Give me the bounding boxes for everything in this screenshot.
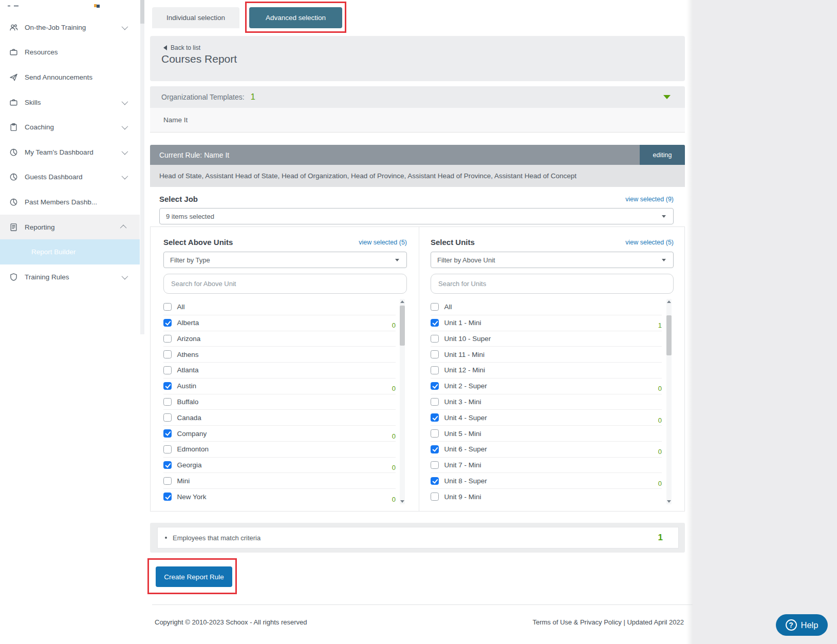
template-row[interactable]: Name It <box>150 108 685 132</box>
unit-row[interactable]: All <box>431 299 662 315</box>
job-dropdown[interactable]: 9 items selected <box>159 208 674 224</box>
checkbox[interactable] <box>431 335 439 343</box>
checkbox[interactable] <box>163 493 172 501</box>
unit-row[interactable]: Unit 6 - Super 0 <box>431 441 662 457</box>
checkbox[interactable] <box>163 445 172 453</box>
above-unit-row[interactable]: Edmonton <box>163 441 396 457</box>
checkbox[interactable] <box>431 429 439 438</box>
unit-label: Unit 5 - Mini <box>444 430 481 438</box>
checkbox[interactable] <box>431 413 439 422</box>
scroll-down-icon[interactable] <box>667 500 671 503</box>
unit-row[interactable]: Unit 3 - Mini <box>431 394 662 410</box>
above-unit-row[interactable]: All <box>163 299 396 315</box>
page-background-right <box>693 0 837 644</box>
checkbox[interactable] <box>163 335 172 343</box>
sidebar-item[interactable]: Send Announcements <box>0 65 140 90</box>
unit-filter-dropdown[interactable]: Filter by Above Unit <box>431 252 674 268</box>
above-unit-row[interactable]: Alberta 0 <box>163 315 396 331</box>
checkbox[interactable] <box>431 445 439 453</box>
sidebar-scrollbar-track[interactable] <box>140 0 144 334</box>
create-report-rule-button[interactable]: Create Report Rule <box>156 566 232 587</box>
above-unit-row[interactable]: Georgia 0 <box>163 457 396 473</box>
sidebar-item[interactable]: Reporting <box>0 215 140 240</box>
above-unit-row[interactable]: Athens <box>163 346 396 362</box>
above-unit-label: Arizona <box>177 335 201 343</box>
unit-row[interactable]: Unit 11 - Mini <box>431 346 662 362</box>
above-unit-row[interactable]: Mini <box>163 472 396 488</box>
chevron-down-icon <box>662 215 666 218</box>
checkbox[interactable] <box>431 382 439 390</box>
template-name: Name It <box>163 116 188 124</box>
above-unit-row[interactable]: New York 0 <box>163 488 396 504</box>
above-unit-search-input[interactable] <box>163 274 407 294</box>
view-selected-jobs-link[interactable]: view selected (9) <box>0 196 674 203</box>
checkbox[interactable] <box>431 398 439 406</box>
above-unit-row[interactable]: Austin 0 <box>163 378 396 394</box>
scroll-up-icon[interactable] <box>400 300 404 303</box>
sidebar-item[interactable]: On-the-Job Training <box>0 15 140 40</box>
checkbox[interactable] <box>431 493 439 501</box>
above-unit-row[interactable]: Company 0 <box>163 425 396 441</box>
above-unit-label: Buffalo <box>177 398 199 406</box>
above-unit-row[interactable]: Buffalo <box>163 394 396 410</box>
sidebar-item[interactable]: Skills <box>0 90 140 115</box>
sidebar-item[interactable]: Resources <box>0 40 140 65</box>
scroll-down-icon[interactable] <box>400 500 404 503</box>
sidebar-scrollbar-thumb[interactable] <box>140 0 144 24</box>
unit-row[interactable]: Unit 1 - Mini 1 <box>431 315 662 331</box>
units-scrollbar[interactable] <box>666 299 672 504</box>
checkbox[interactable] <box>163 366 172 374</box>
help-button[interactable]: ? Help <box>776 614 828 636</box>
chevron-down-icon[interactable] <box>663 95 671 99</box>
checkbox[interactable] <box>163 350 172 358</box>
above-unit-label: Alberta <box>177 319 199 327</box>
above-unit-row[interactable]: Canada <box>163 409 396 425</box>
unit-label: All <box>444 303 452 311</box>
unit-row[interactable]: Unit 7 - Mini <box>431 457 662 473</box>
above-unit-row[interactable]: Arizona <box>163 331 396 347</box>
unit-row[interactable]: Unit 10 - Super <box>431 331 662 347</box>
sidebar-item[interactable]: Training Rules <box>0 264 140 290</box>
above-unit-filter-dropdown[interactable]: Filter by Type <box>163 252 407 268</box>
above-unit-count: 0 <box>392 496 396 503</box>
sidebar-item[interactable]: Guests Dashboard <box>0 165 140 190</box>
above-unit-row[interactable]: Atlanta <box>163 362 396 378</box>
org-templates-count: 1 <box>251 92 255 102</box>
checkbox[interactable] <box>163 303 172 311</box>
back-to-list-link[interactable]: Back to list <box>163 44 200 51</box>
unit-row[interactable]: Unit 8 - Super 0 <box>431 472 662 488</box>
view-selected-units-link[interactable]: view selected (5) <box>0 239 674 246</box>
unit-row[interactable]: Unit 9 - Mini <box>431 488 662 504</box>
organizational-templates-bar[interactable]: Organizational Templates: 1 <box>150 86 685 108</box>
unit-search-input[interactable] <box>431 274 674 294</box>
scroll-up-icon[interactable] <box>667 300 671 303</box>
checkbox[interactable] <box>163 319 172 327</box>
checkbox[interactable] <box>163 413 172 422</box>
sidebar-item[interactable]: Coaching <box>0 115 140 140</box>
sidebar-item-label: Send Announcements <box>25 73 92 81</box>
unit-row[interactable]: Unit 5 - Mini <box>431 425 662 441</box>
tab-individual-selection[interactable]: Individual selection <box>152 7 239 28</box>
checkbox[interactable] <box>431 461 439 469</box>
checkbox[interactable] <box>163 398 172 406</box>
sidebar-item[interactable]: My Team's Dashboard <box>0 140 140 165</box>
scrollbar-thumb[interactable] <box>400 306 405 346</box>
unit-row[interactable]: Unit 12 - Mini <box>431 362 662 378</box>
footer-legal-links[interactable]: Terms of Use & Privacy Policy | Updated … <box>0 618 684 626</box>
checkbox[interactable] <box>163 477 172 485</box>
checkbox[interactable] <box>431 303 439 311</box>
tab-advanced-selection[interactable]: Advanced selection <box>249 7 342 28</box>
above-units-scrollbar[interactable] <box>400 299 405 504</box>
unit-row[interactable]: Unit 2 - Super 0 <box>431 378 662 394</box>
checkbox[interactable] <box>431 477 439 485</box>
checkbox[interactable] <box>431 366 439 374</box>
checkbox[interactable] <box>163 382 172 390</box>
checkbox[interactable] <box>431 350 439 358</box>
checkbox[interactable] <box>163 429 172 438</box>
unit-row[interactable]: Unit 4 - Super 0 <box>431 409 662 425</box>
checkbox[interactable] <box>431 319 439 327</box>
checkbox[interactable] <box>163 461 172 469</box>
above-unit-label: Edmonton <box>177 445 209 453</box>
unit-count: 1 <box>658 321 662 329</box>
scrollbar-thumb[interactable] <box>666 315 672 355</box>
